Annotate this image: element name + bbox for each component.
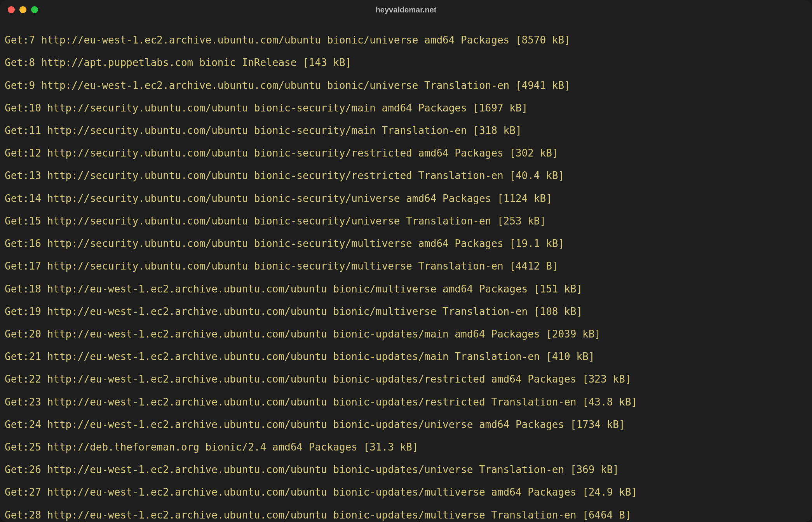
- output-line: Get:10 http://security.ubuntu.com/ubuntu…: [5, 103, 807, 114]
- minimize-icon[interactable]: [19, 6, 26, 13]
- output-line: Get:15 http://security.ubuntu.com/ubuntu…: [5, 216, 807, 227]
- output-line: Get:22 http://eu-west-1.ec2.archive.ubun…: [5, 374, 807, 385]
- output-line: Get:25 http://deb.theforeman.org bionic/…: [5, 442, 807, 453]
- output-line: Get:8 http://apt.puppetlabs.com bionic I…: [5, 57, 807, 68]
- traffic-lights: [8, 6, 38, 13]
- close-icon[interactable]: [8, 6, 15, 13]
- output-line: Get:23 http://eu-west-1.ec2.archive.ubun…: [5, 397, 807, 408]
- output-line: Get:16 http://security.ubuntu.com/ubuntu…: [5, 238, 807, 249]
- terminal-window: heyvaldemar.net Get:7 http://eu-west-1.e…: [0, 0, 812, 522]
- output-line: Get:21 http://eu-west-1.ec2.archive.ubun…: [5, 351, 807, 362]
- output-line: Get:20 http://eu-west-1.ec2.archive.ubun…: [5, 329, 807, 340]
- terminal-body[interactable]: Get:7 http://eu-west-1.ec2.archive.ubunt…: [0, 19, 812, 522]
- output-line: Get:9 http://eu-west-1.ec2.archive.ubunt…: [5, 80, 807, 91]
- output-line: Get:13 http://security.ubuntu.com/ubuntu…: [5, 170, 807, 181]
- output-line: Get:17 http://security.ubuntu.com/ubuntu…: [5, 261, 807, 272]
- maximize-icon[interactable]: [31, 6, 38, 13]
- output-line: Get:11 http://security.ubuntu.com/ubuntu…: [5, 125, 807, 136]
- output-line: Get:24 http://eu-west-1.ec2.archive.ubun…: [5, 419, 807, 430]
- output-line: Get:19 http://eu-west-1.ec2.archive.ubun…: [5, 306, 807, 317]
- output-line: Get:28 http://eu-west-1.ec2.archive.ubun…: [5, 510, 807, 521]
- output-line: Get:27 http://eu-west-1.ec2.archive.ubun…: [5, 487, 807, 498]
- output-line: Get:7 http://eu-west-1.ec2.archive.ubunt…: [5, 35, 807, 46]
- window-title: heyvaldemar.net: [0, 5, 812, 14]
- output-line: Get:12 http://security.ubuntu.com/ubuntu…: [5, 148, 807, 159]
- titlebar: heyvaldemar.net: [0, 0, 812, 19]
- output-line: Get:14 http://security.ubuntu.com/ubuntu…: [5, 193, 807, 204]
- output-line: Get:18 http://eu-west-1.ec2.archive.ubun…: [5, 284, 807, 295]
- output-line: Get:26 http://eu-west-1.ec2.archive.ubun…: [5, 464, 807, 475]
